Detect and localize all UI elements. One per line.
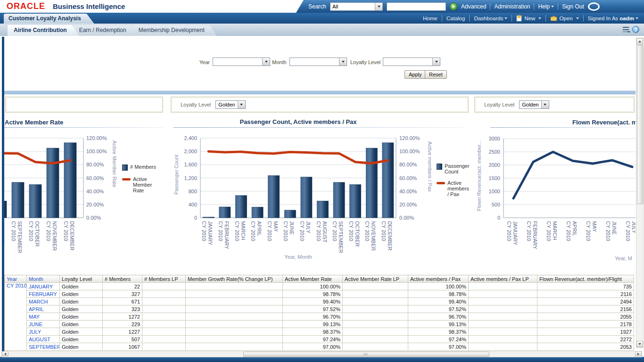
- table-cell: [142, 305, 186, 313]
- table-cell: [469, 328, 537, 336]
- search-scope-select[interactable]: All: [330, 2, 383, 11]
- table-cell: 96.70%: [408, 313, 469, 321]
- axis-tick-label: 400: [189, 202, 197, 207]
- table-cell: [142, 343, 186, 351]
- brand: ORACLE Business Intelligence: [7, 1, 125, 11]
- horizontal-scroll-thumb[interactable]: [243, 352, 489, 357]
- scroll-up-icon[interactable]: [636, 38, 643, 45]
- drill-link-cell[interactable]: SEPTEMBER: [27, 343, 60, 351]
- drill-link-cell[interactable]: CY 2010: [5, 283, 27, 351]
- tab-airline-contribution[interactable]: Airline Contribution: [8, 25, 79, 36]
- axis-tick-label: 1500: [489, 175, 500, 181]
- reset-button[interactable]: Reset: [425, 70, 447, 79]
- table-cell: Golden: [60, 321, 103, 328]
- tab-earn-redemption[interactable]: Earn / Redemption: [73, 25, 139, 36]
- column-header-year[interactable]: Year: [5, 275, 27, 283]
- advanced-link[interactable]: Advanced: [461, 3, 486, 10]
- chevron-down-icon[interactable]: [375, 3, 382, 10]
- search-label: Search: [308, 3, 326, 10]
- axis-tick-label: 0: [497, 215, 500, 221]
- axis-tick-label: 80.00%: [86, 162, 104, 167]
- table-cell: 97.24%: [283, 336, 343, 343]
- chevron-down-icon[interactable]: [339, 58, 347, 66]
- table-row: FEBRUARYGolden32798.78%98.78%2116: [5, 290, 634, 298]
- drill-link-cell[interactable]: JULY: [27, 328, 60, 336]
- vertical-scroll-thumb[interactable]: [637, 45, 644, 204]
- category-label: FEBRUARY: [532, 221, 538, 249]
- legend-item: Passenger Count: [437, 163, 468, 174]
- page-options-icon[interactable]: [623, 27, 629, 32]
- drill-link-cell[interactable]: MAY: [27, 313, 60, 321]
- sign-out-link[interactable]: Sign Out: [562, 3, 584, 10]
- administration-link[interactable]: Administration: [494, 3, 530, 10]
- table-cell: [186, 328, 283, 336]
- table-cell: [343, 305, 408, 313]
- table-cell: [343, 321, 408, 328]
- table-header-row: YearMonthLoyalty Level# Members# Members…: [5, 275, 634, 283]
- bar: [301, 177, 312, 218]
- new-menu[interactable]: New: [516, 15, 541, 22]
- column-header--members-lp: # Members LP: [142, 275, 186, 283]
- search-go-icon[interactable]: [450, 3, 457, 10]
- table-cell: 2178: [537, 321, 634, 328]
- bar-swatch-icon: [437, 164, 442, 170]
- drill-link-cell[interactable]: APRIL: [27, 305, 60, 313]
- table-cell: 97.52%: [283, 305, 343, 313]
- drill-link-cell[interactable]: AUGUST: [27, 336, 60, 343]
- loyalty-filter-select[interactable]: [383, 58, 440, 66]
- catalog-link[interactable]: Catalog: [446, 16, 465, 21]
- drill-link-cell[interactable]: JANUARY: [27, 283, 60, 290]
- vertical-scrollbar[interactable]: [636, 38, 644, 348]
- bar: [366, 148, 377, 218]
- page-tab-strip: Airline ContributionEarn / RedemptionMem…: [0, 24, 644, 36]
- category-label: OCTOBER: [355, 221, 360, 247]
- table-cell: [343, 298, 408, 305]
- table-cell: [186, 336, 283, 343]
- drill-link-cell[interactable]: JUNE: [27, 321, 60, 328]
- drill-link-cell[interactable]: MARCH: [27, 298, 60, 305]
- chevron-down-icon[interactable]: [262, 58, 270, 66]
- bar: [350, 185, 361, 218]
- category-label: MARCH: [240, 221, 246, 240]
- axis-tick-label: 120.00%: [86, 135, 107, 141]
- horizontal-scrollbar[interactable]: [1, 351, 642, 357]
- bar: [12, 182, 24, 218]
- column-header-month[interactable]: Month: [27, 275, 60, 283]
- legend-label: Active members / Pax: [447, 180, 469, 197]
- chevron-down-icon[interactable]: [432, 58, 440, 66]
- divider: [545, 15, 546, 22]
- open-menu[interactable]: Open: [550, 16, 578, 21]
- table-cell: 2156: [537, 305, 634, 313]
- signed-in-as[interactable]: Signed In As oadm: [588, 16, 638, 21]
- year-filter-select[interactable]: [213, 58, 270, 66]
- section-divider: [4, 90, 636, 94]
- category-label: CY 2010: [332, 221, 338, 241]
- category-label: MARCH: [552, 221, 558, 240]
- axis-tick-label: 80.00%: [399, 162, 417, 167]
- bar: [382, 143, 394, 218]
- dashboards-menu[interactable]: Dashboards: [474, 16, 507, 21]
- table-cell: 1067: [103, 343, 142, 351]
- month-filter-select[interactable]: [289, 58, 347, 66]
- scroll-left-icon[interactable]: [2, 351, 8, 356]
- search-input[interactable]: [387, 2, 446, 11]
- table-cell: [469, 305, 537, 313]
- table-cell: Golden: [60, 290, 103, 298]
- table-cell: Golden: [60, 305, 103, 313]
- help-icon[interactable]: ?: [632, 26, 639, 33]
- oracle-logo: ORACLE: [7, 1, 45, 11]
- category-label: CY 2010: [348, 221, 354, 241]
- scroll-right-icon[interactable]: [635, 351, 642, 356]
- chevron-down-icon: [504, 17, 507, 19]
- dashboard-tab-customer-loyalty-analysis[interactable]: Customer Loyalty Analysis: [4, 14, 94, 24]
- tab-membership-development[interactable]: Membership Development: [132, 25, 217, 36]
- apply-button[interactable]: Apply: [405, 70, 426, 79]
- home-link[interactable]: Home: [423, 16, 438, 21]
- dashboard-nav: Home Catalog Dashboards New Open Signed …: [423, 13, 638, 24]
- help-menu[interactable]: Help: [538, 3, 554, 10]
- drill-link-cell[interactable]: FEBRUARY: [27, 290, 60, 298]
- category-label: CY 2010: [283, 221, 289, 241]
- table-cell: 2055: [537, 313, 634, 321]
- scroll-down-icon[interactable]: [636, 341, 643, 347]
- page-toolbar-icons: ?: [623, 26, 639, 33]
